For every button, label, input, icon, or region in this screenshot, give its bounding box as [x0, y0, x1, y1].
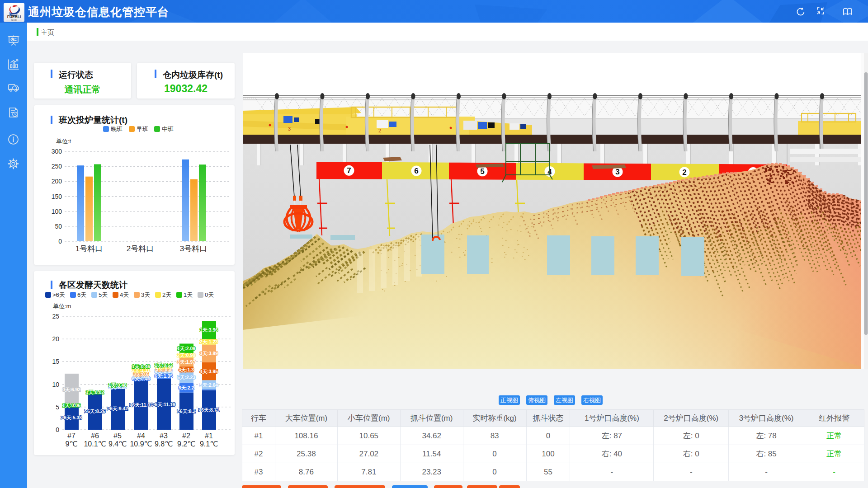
svg-text:9.2℃: 9.2℃	[177, 440, 195, 448]
svg-text:2天: 2天	[162, 291, 171, 298]
svg-text:FUERLI: FUERLI	[7, 14, 21, 19]
svg-text:单位:t: 单位:t	[56, 138, 71, 145]
svg-text:班次投炉量统计(t): 班次投炉量统计(t)	[58, 115, 127, 125]
svg-text:1天:3.96: 1天:3.96	[200, 327, 218, 333]
svg-text:6: 6	[414, 167, 418, 175]
svg-text:9.4℃: 9.4℃	[108, 440, 127, 448]
svg-text:20: 20	[52, 335, 59, 343]
svg-text:200: 200	[52, 178, 62, 185]
svg-text:5: 5	[56, 404, 59, 411]
svg-text:4天: 4天	[120, 291, 129, 298]
svg-text:7: 7	[347, 166, 351, 175]
svg-text:单位:m: 单位:m	[53, 303, 71, 310]
svg-text:0天: 0天	[205, 291, 214, 298]
svg-text:2: 2	[682, 168, 686, 177]
svg-text:>6天: >6天	[52, 291, 65, 298]
svg-text:>6天:8.2: >6天:8.2	[177, 408, 196, 414]
svg-text:2号料口: 2号料口	[127, 244, 154, 253]
svg-text:2: 2	[378, 128, 381, 133]
svg-text:5天:2.04: 5天:2.04	[200, 382, 218, 388]
svg-text:1天:0.48: 1天:0.48	[108, 382, 127, 388]
svg-text:6天:2.2: 6天:2.2	[179, 385, 194, 390]
svg-text:50: 50	[55, 223, 62, 230]
svg-text:4天:1.3: 4天:1.3	[179, 367, 194, 372]
svg-text:15: 15	[52, 358, 59, 365]
svg-text:#3: #3	[160, 432, 168, 440]
svg-text:3: 3	[615, 168, 619, 176]
svg-text:3天:3.89: 3天:3.89	[200, 351, 218, 356]
svg-text:6天: 6天	[77, 291, 86, 298]
svg-text:10.9℃: 10.9℃	[130, 440, 152, 448]
svg-text:9.1℃: 9.1℃	[200, 440, 218, 448]
svg-text:—— 福尔利 ——: —— 福尔利 ——	[6, 19, 22, 21]
svg-text:1天:0.46: 1天:0.46	[132, 364, 150, 369]
svg-text:#7: #7	[67, 432, 75, 440]
svg-text:9℃: 9℃	[66, 440, 78, 448]
svg-text:2天:0.98: 2天:0.98	[177, 352, 195, 358]
svg-text:#2: #2	[182, 432, 190, 440]
svg-text:早班: 早班	[137, 126, 148, 132]
svg-text:1天:0.52: 1天:0.52	[155, 362, 173, 368]
svg-text:3: 3	[288, 126, 291, 131]
svg-text:>6天:5.38: >6天:5.38	[61, 415, 82, 420]
svg-text:1天:0.02: 1天:0.02	[86, 389, 104, 395]
svg-text:#4: #4	[137, 432, 145, 440]
svg-text:10.1℃: 10.1℃	[84, 440, 106, 448]
svg-text:#5: #5	[113, 432, 122, 440]
svg-text:1号料口: 1号料口	[75, 244, 103, 253]
svg-text:150: 150	[52, 193, 62, 200]
svg-text:#6: #6	[91, 432, 99, 440]
svg-text:4天:3.95: 4天:3.95	[200, 369, 218, 374]
svg-text:0: 0	[58, 238, 62, 245]
svg-text:>6天:11.02: >6天:11.02	[129, 402, 153, 408]
svg-text:>6天:8.26: >6天:8.26	[85, 408, 106, 414]
svg-text:0天:6.92: 0天:6.92	[62, 387, 80, 392]
svg-text:#1: #1	[205, 432, 213, 440]
svg-text:9.8℃: 9.8℃	[155, 440, 173, 448]
svg-text:10: 10	[52, 381, 59, 388]
svg-text:100: 100	[52, 208, 62, 215]
svg-text:3号料口: 3号料口	[180, 244, 207, 253]
svg-text:中班: 中班	[162, 126, 174, 132]
svg-text:1天:2.09: 1天:2.09	[177, 346, 195, 351]
svg-text:3天:1.97: 3天:1.97	[177, 359, 195, 365]
svg-text:1天:0.06: 1天:0.06	[62, 403, 80, 408]
svg-text:2天:1.23: 2天:1.23	[200, 339, 218, 344]
svg-text:>6天:8.71: >6天:8.71	[198, 407, 220, 413]
svg-text:>6天:9.42: >6天:9.42	[107, 406, 128, 411]
svg-text:>6天:11.19: >6天:11.19	[152, 402, 175, 407]
svg-text:250: 250	[52, 163, 62, 170]
svg-text:各区发酵天数统计: 各区发酵天数统计	[58, 280, 127, 290]
svg-text:5天: 5天	[99, 291, 108, 298]
svg-text:300: 300	[52, 148, 62, 155]
svg-text:3天: 3天	[141, 291, 150, 298]
svg-text:0: 0	[56, 426, 59, 433]
svg-text:1天: 1天	[184, 291, 193, 298]
svg-text:25: 25	[52, 313, 59, 320]
svg-text:5天:2.23: 5天:2.23	[177, 375, 195, 380]
svg-text:晚班: 晚班	[111, 126, 123, 132]
svg-text:5: 5	[480, 167, 484, 176]
